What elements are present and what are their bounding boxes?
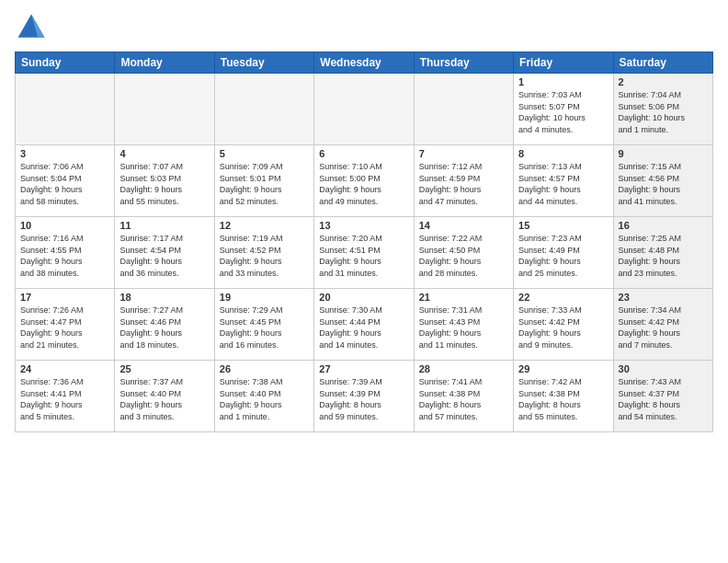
week-row-4: 17Sunrise: 7:26 AM Sunset: 4:47 PM Dayli… — [16, 289, 713, 361]
day-number: 28 — [419, 363, 508, 374]
day-number: 29 — [518, 363, 608, 374]
day-number: 8 — [518, 148, 608, 159]
day-number: 15 — [518, 220, 608, 231]
day-number: 19 — [220, 292, 309, 303]
cell-info: Sunrise: 7:04 AM Sunset: 5:06 PM Dayligh… — [619, 89, 708, 135]
day-number: 10 — [20, 220, 109, 231]
header — [15, 11, 713, 44]
calendar-cell: 14Sunrise: 7:22 AM Sunset: 4:50 PM Dayli… — [414, 217, 513, 289]
calendar-cell — [314, 74, 414, 145]
day-number: 2 — [619, 76, 708, 87]
cell-info: Sunrise: 7:27 AM Sunset: 4:46 PM Dayligh… — [119, 304, 209, 350]
week-row-2: 3Sunrise: 7:06 AM Sunset: 5:04 PM Daylig… — [16, 145, 713, 217]
calendar-cell: 19Sunrise: 7:29 AM Sunset: 4:45 PM Dayli… — [214, 289, 313, 361]
calendar-cell — [115, 74, 214, 145]
calendar-cell: 2Sunrise: 7:04 AM Sunset: 5:06 PM Daylig… — [613, 74, 712, 145]
calendar-table: SundayMondayTuesdayWednesdayThursdayFrid… — [15, 52, 713, 432]
cell-info: Sunrise: 7:29 AM Sunset: 4:45 PM Dayligh… — [220, 304, 309, 350]
day-header-monday: Monday — [115, 52, 214, 74]
day-header-sunday: Sunday — [16, 52, 115, 74]
cell-info: Sunrise: 7:34 AM Sunset: 4:42 PM Dayligh… — [619, 304, 708, 350]
calendar-cell: 18Sunrise: 7:27 AM Sunset: 4:46 PM Dayli… — [115, 289, 214, 361]
calendar-cell: 6Sunrise: 7:10 AM Sunset: 5:00 PM Daylig… — [314, 145, 414, 217]
day-number: 23 — [619, 292, 708, 303]
day-header-thursday: Thursday — [414, 52, 513, 74]
calendar-cell — [214, 74, 313, 145]
day-number: 3 — [20, 148, 109, 159]
cell-info: Sunrise: 7:30 AM Sunset: 4:44 PM Dayligh… — [319, 304, 408, 350]
cell-info: Sunrise: 7:20 AM Sunset: 4:51 PM Dayligh… — [319, 233, 408, 279]
calendar-cell: 8Sunrise: 7:13 AM Sunset: 4:57 PM Daylig… — [514, 145, 613, 217]
calendar-cell — [414, 74, 513, 145]
cell-info: Sunrise: 7:37 AM Sunset: 4:40 PM Dayligh… — [119, 376, 209, 422]
cell-info: Sunrise: 7:03 AM Sunset: 5:07 PM Dayligh… — [518, 89, 608, 135]
page-container: SundayMondayTuesdayWednesdayThursdayFrid… — [0, 0, 728, 563]
day-number: 7 — [419, 148, 508, 159]
day-number: 18 — [119, 292, 209, 303]
cell-info: Sunrise: 7:38 AM Sunset: 4:40 PM Dayligh… — [220, 376, 309, 422]
day-number: 20 — [319, 292, 408, 303]
week-row-1: 1Sunrise: 7:03 AM Sunset: 5:07 PM Daylig… — [16, 74, 713, 145]
calendar-cell: 4Sunrise: 7:07 AM Sunset: 5:03 PM Daylig… — [115, 145, 214, 217]
cell-info: Sunrise: 7:19 AM Sunset: 4:52 PM Dayligh… — [220, 233, 309, 279]
day-header-tuesday: Tuesday — [214, 52, 313, 74]
day-number: 25 — [119, 363, 209, 374]
calendar-cell: 17Sunrise: 7:26 AM Sunset: 4:47 PM Dayli… — [16, 289, 115, 361]
cell-info: Sunrise: 7:23 AM Sunset: 4:49 PM Dayligh… — [518, 233, 608, 279]
day-number: 11 — [119, 220, 209, 231]
logo-icon — [15, 11, 48, 44]
calendar-cell: 13Sunrise: 7:20 AM Sunset: 4:51 PM Dayli… — [314, 217, 414, 289]
calendar-cell: 30Sunrise: 7:43 AM Sunset: 4:37 PM Dayli… — [613, 361, 712, 432]
day-header-saturday: Saturday — [613, 52, 712, 74]
day-number: 1 — [518, 76, 608, 87]
calendar-cell: 7Sunrise: 7:12 AM Sunset: 4:59 PM Daylig… — [414, 145, 513, 217]
calendar-cell: 11Sunrise: 7:17 AM Sunset: 4:54 PM Dayli… — [115, 217, 214, 289]
cell-info: Sunrise: 7:16 AM Sunset: 4:55 PM Dayligh… — [20, 233, 109, 279]
calendar-cell: 16Sunrise: 7:25 AM Sunset: 4:48 PM Dayli… — [613, 217, 712, 289]
cell-info: Sunrise: 7:10 AM Sunset: 5:00 PM Dayligh… — [319, 161, 408, 207]
cell-info: Sunrise: 7:07 AM Sunset: 5:03 PM Dayligh… — [119, 161, 209, 207]
cell-info: Sunrise: 7:13 AM Sunset: 4:57 PM Dayligh… — [518, 161, 608, 207]
cell-info: Sunrise: 7:36 AM Sunset: 4:41 PM Dayligh… — [20, 376, 109, 422]
logo — [15, 11, 51, 44]
day-number: 6 — [319, 148, 408, 159]
calendar-cell: 10Sunrise: 7:16 AM Sunset: 4:55 PM Dayli… — [16, 217, 115, 289]
cell-info: Sunrise: 7:43 AM Sunset: 4:37 PM Dayligh… — [619, 376, 708, 422]
cell-info: Sunrise: 7:26 AM Sunset: 4:47 PM Dayligh… — [20, 304, 109, 350]
cell-info: Sunrise: 7:15 AM Sunset: 4:56 PM Dayligh… — [619, 161, 708, 207]
day-number: 26 — [220, 363, 309, 374]
day-number: 5 — [220, 148, 309, 159]
day-number: 16 — [619, 220, 708, 231]
week-row-3: 10Sunrise: 7:16 AM Sunset: 4:55 PM Dayli… — [16, 217, 713, 289]
cell-info: Sunrise: 7:06 AM Sunset: 5:04 PM Dayligh… — [20, 161, 109, 207]
calendar-cell: 15Sunrise: 7:23 AM Sunset: 4:49 PM Dayli… — [514, 217, 613, 289]
calendar-cell: 24Sunrise: 7:36 AM Sunset: 4:41 PM Dayli… — [16, 361, 115, 432]
cell-info: Sunrise: 7:25 AM Sunset: 4:48 PM Dayligh… — [619, 233, 708, 279]
day-number: 30 — [619, 363, 708, 374]
day-number: 17 — [20, 292, 109, 303]
day-header-friday: Friday — [514, 52, 613, 74]
day-number: 12 — [220, 220, 309, 231]
day-number: 13 — [319, 220, 408, 231]
calendar-cell: 1Sunrise: 7:03 AM Sunset: 5:07 PM Daylig… — [514, 74, 613, 145]
day-number: 21 — [419, 292, 508, 303]
calendar-cell: 3Sunrise: 7:06 AM Sunset: 5:04 PM Daylig… — [16, 145, 115, 217]
cell-info: Sunrise: 7:39 AM Sunset: 4:39 PM Dayligh… — [319, 376, 408, 422]
calendar-cell: 9Sunrise: 7:15 AM Sunset: 4:56 PM Daylig… — [613, 145, 712, 217]
cell-info: Sunrise: 7:31 AM Sunset: 4:43 PM Dayligh… — [419, 304, 508, 350]
calendar-cell: 29Sunrise: 7:42 AM Sunset: 4:38 PM Dayli… — [514, 361, 613, 432]
day-number: 9 — [619, 148, 708, 159]
calendar-cell: 25Sunrise: 7:37 AM Sunset: 4:40 PM Dayli… — [115, 361, 214, 432]
day-number: 22 — [518, 292, 608, 303]
cell-info: Sunrise: 7:12 AM Sunset: 4:59 PM Dayligh… — [419, 161, 508, 207]
header-row: SundayMondayTuesdayWednesdayThursdayFrid… — [16, 52, 713, 74]
day-header-wednesday: Wednesday — [314, 52, 414, 74]
day-number: 24 — [20, 363, 109, 374]
calendar-cell: 26Sunrise: 7:38 AM Sunset: 4:40 PM Dayli… — [214, 361, 313, 432]
cell-info: Sunrise: 7:22 AM Sunset: 4:50 PM Dayligh… — [419, 233, 508, 279]
calendar-cell — [16, 74, 115, 145]
calendar-cell: 20Sunrise: 7:30 AM Sunset: 4:44 PM Dayli… — [314, 289, 414, 361]
calendar-cell: 28Sunrise: 7:41 AM Sunset: 4:38 PM Dayli… — [414, 361, 513, 432]
cell-info: Sunrise: 7:41 AM Sunset: 4:38 PM Dayligh… — [419, 376, 508, 422]
calendar-cell: 12Sunrise: 7:19 AM Sunset: 4:52 PM Dayli… — [214, 217, 313, 289]
